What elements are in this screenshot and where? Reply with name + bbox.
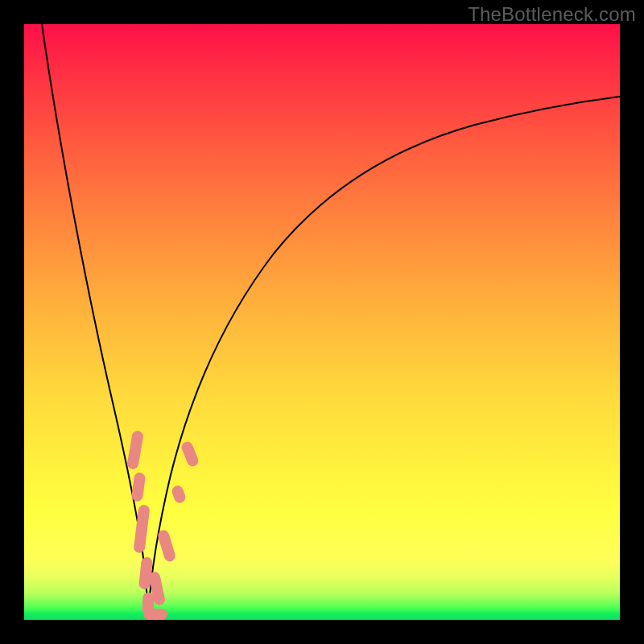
plot-area <box>24 24 620 620</box>
chart-overlay <box>24 24 620 620</box>
nugget <box>143 609 167 620</box>
nugget <box>156 529 176 563</box>
curve-right-branch <box>148 97 620 617</box>
curve-left-branch <box>42 24 148 617</box>
watermark-text: TheBottleneck.com <box>468 3 636 26</box>
nugget <box>126 430 144 470</box>
chart-frame: TheBottleneck.com <box>0 0 644 644</box>
nugget <box>180 440 200 469</box>
nugget-group <box>126 430 200 620</box>
nugget <box>171 484 188 504</box>
nugget <box>131 472 147 502</box>
